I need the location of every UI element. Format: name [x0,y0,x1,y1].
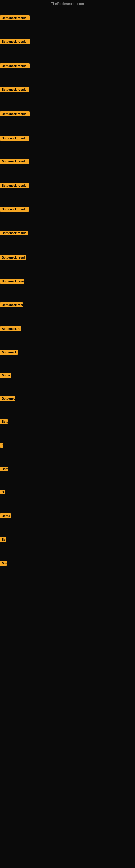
bottleneck-badge-21: Bo [0,490,5,495]
bottleneck-badge-1: Bottleneck result [0,16,30,20]
bottleneck-badge-20: Bott [0,467,8,471]
bottleneck-badge-7: Bottleneck result [0,159,29,164]
bottleneck-badge-8: Bottleneck result [0,183,30,188]
site-title: TheBottlenecker.com [51,2,84,6]
bottleneck-badge-24: Bolt [0,561,7,566]
bottleneck-badge-5: Bottleneck result [0,112,30,116]
bottleneck-badge-11: Bottleneck resul [0,255,26,260]
bottleneck-badge-2: Bottleneck result [0,39,30,44]
bottleneck-badge-9: Bottleneck result [0,207,29,212]
bottleneck-badge-3: Bottleneck result [0,63,30,68]
bottleneck-badge-10: Bottleneck result [0,230,28,236]
bottleneck-badge-6: Bottleneck result [0,135,29,141]
bottleneck-badge-17: Bottlenec [0,396,15,401]
bottleneck-badge-16: Bottle [0,373,11,378]
bottleneck-badge-12: Bottleneck resu [0,279,24,284]
bottleneck-badge-15: Bottleneck [0,350,17,355]
bottleneck-badge-18: Bott [0,419,8,424]
bottleneck-badge-14: Bottleneck res [0,326,21,331]
bottleneck-badge-19: B [0,443,3,447]
bottleneck-badge-13: Bottleneck resu [0,303,23,307]
bottleneck-badge-23: Bol [0,537,6,542]
bottleneck-badge-4: Bottleneck result [0,87,30,92]
bottleneck-badge-22: Bottle [0,514,11,518]
